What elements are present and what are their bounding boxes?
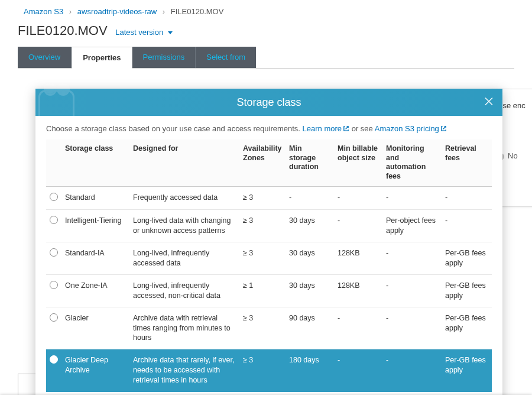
torn-edge-decoration (0, 395, 532, 402)
cell-monitor: - (382, 242, 442, 275)
cell-minsize: 128KB (334, 242, 382, 275)
cell-az: ≥ 3 (239, 210, 286, 242)
col-header-mindur: Min storage duration (286, 140, 334, 186)
storage-class-row[interactable]: Glacier Deep ArchiveArchive data that ra… (46, 349, 492, 392)
cell-minsize: 128KB (334, 274, 382, 307)
cell-retrieval: Per-GB fees apply (442, 307, 492, 349)
cell-mindur: 30 days (286, 210, 334, 242)
tab-overview[interactable]: Overview (18, 47, 72, 68)
cell-designed: Frequently accessed data (129, 186, 239, 210)
cell-retrieval: - (442, 210, 492, 242)
tab-permissions[interactable]: Permissions (132, 47, 196, 68)
cell-designed: Long-lived data with changing or unknown… (129, 210, 239, 242)
breadcrumb-bucket[interactable]: awsroadtrip-videos-raw (77, 7, 157, 16)
caret-down-icon (168, 31, 173, 34)
chevron-right-icon: › (159, 7, 168, 16)
cell-monitor: - (382, 349, 442, 392)
cell-mindur: 30 days (286, 242, 334, 275)
cell-name: Standard (61, 186, 129, 210)
breadcrumb-object: FILE0120.MOV (171, 7, 224, 16)
storage-class-table: Storage class Designed for Availability … (46, 140, 492, 402)
cell-az: ≥ 3 (239, 307, 286, 349)
cell-designed: Archive data with retrieval times rangin… (129, 307, 239, 349)
modal-description: Choose a storage class based on your use… (46, 124, 492, 134)
cell-name: Glacier (61, 307, 129, 349)
cell-mindur: - (286, 186, 334, 210)
radio-icon (50, 281, 58, 289)
cell-az: ≥ 3 (239, 186, 286, 210)
version-dropdown[interactable]: Latest version (115, 28, 173, 37)
storage-class-row[interactable]: Intelligent-TieringLong-lived data with … (46, 210, 492, 242)
cell-mindur: 180 days (286, 349, 334, 392)
cell-monitor: - (382, 307, 442, 349)
cell-mindur: 90 days (286, 307, 334, 349)
chevron-right-icon: › (66, 7, 75, 16)
radio-icon (50, 216, 58, 224)
cell-mindur: 30 days (286, 274, 334, 307)
cell-minsize: - (334, 349, 382, 392)
col-header-retrieval: Retrieval fees (442, 140, 492, 186)
breadcrumb: Amazon S3 › awsroadtrip-videos-raw › FIL… (18, 6, 514, 23)
close-icon (484, 96, 494, 107)
cell-minsize: - (334, 307, 382, 349)
tab-properties[interactable]: Properties (72, 47, 132, 69)
storage-class-row[interactable]: GlacierArchive data with retrieval times… (46, 307, 492, 349)
cell-name: Glacier Deep Archive (61, 349, 129, 392)
storage-class-row[interactable]: StandardFrequently accessed data≥ 3---- (46, 186, 492, 210)
cell-az: ≥ 1 (239, 274, 286, 307)
cell-designed: Archive data that rarely, if ever, needs… (129, 349, 239, 392)
cell-name: Intelligent-Tiering (61, 210, 129, 242)
storage-class-row[interactable]: Standard-IALong-lived, infrequently acce… (46, 242, 492, 275)
external-link-icon (440, 125, 447, 134)
cell-minsize: - (334, 186, 382, 210)
modal-header: Storage class (35, 89, 502, 116)
close-button[interactable] (484, 96, 494, 109)
page-title: FILE0120.MOV (18, 23, 108, 38)
storage-class-row[interactable]: One Zone-IALong-lived, infrequently acce… (46, 274, 492, 307)
tabs: Overview Properties Permissions Select f… (18, 47, 514, 69)
col-header-designed: Designed for (129, 140, 239, 186)
cell-retrieval: Per-GB fees apply (442, 242, 492, 275)
col-header-monitor: Monitoring and automation fees (382, 140, 442, 186)
version-dropdown-label: Latest version (115, 28, 163, 37)
cell-name: Standard-IA (61, 242, 129, 275)
radio-icon (50, 248, 58, 257)
cell-minsize: - (334, 210, 382, 242)
cell-designed: Long-lived, infrequently accessed data (129, 242, 239, 275)
breadcrumb-root[interactable]: Amazon S3 (24, 7, 63, 16)
cell-retrieval: Per-GB fees apply (442, 349, 492, 392)
bucket-decoration-icon (35, 89, 166, 116)
cell-az: ≥ 3 (239, 242, 286, 275)
modal-title: Storage class (236, 96, 301, 109)
radio-icon (50, 355, 58, 364)
cell-az: ≥ 3 (239, 349, 286, 392)
col-header-az: Availability Zones (239, 140, 286, 186)
radio-icon (50, 193, 58, 201)
cell-retrieval: Per-GB fees apply (442, 274, 492, 307)
tab-select-from[interactable]: Select from (196, 47, 256, 68)
cell-monitor: Per-object fees apply (382, 210, 442, 242)
cell-designed: Long-lived, infrequently accessed, non-c… (129, 274, 239, 307)
cell-monitor: - (382, 274, 442, 307)
storage-class-modal: Storage class Choose a storage class bas… (35, 89, 502, 402)
cell-monitor: - (382, 186, 442, 210)
radio-icon (50, 313, 58, 322)
cell-name: One Zone-IA (61, 274, 129, 307)
col-header-name: Storage class (61, 140, 129, 186)
col-header-minsize: Min billable object size (334, 140, 382, 186)
learn-more-link[interactable]: Learn more (303, 124, 349, 133)
pricing-link[interactable]: Amazon S3 pricing (375, 124, 447, 133)
cell-retrieval: - (442, 186, 492, 210)
external-link-icon (343, 125, 349, 134)
